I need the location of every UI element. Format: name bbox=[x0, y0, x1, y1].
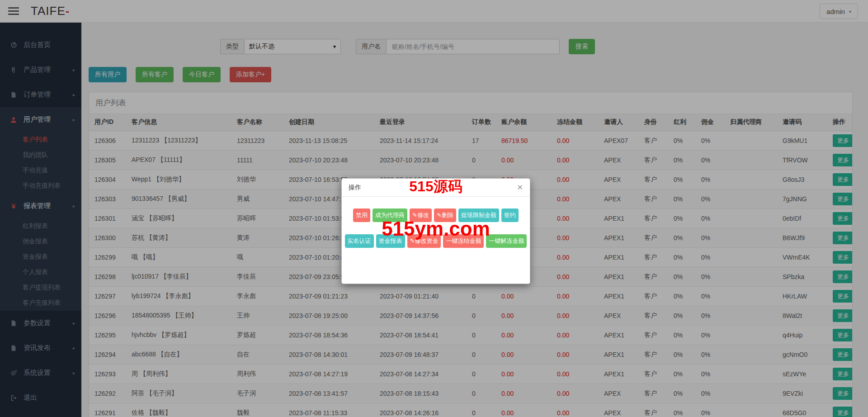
modal-header: 操作 ✕ bbox=[342, 179, 530, 197]
modal-actions-row-2: 实名认证资金报表✎修改资金一键冻结金额一键解冻金额 bbox=[346, 234, 525, 248]
freeze-amount-button[interactable]: 一键冻结金额 bbox=[443, 234, 484, 248]
modal-title: 操作 bbox=[349, 184, 361, 192]
withdraw-limit-button[interactable]: 提现限制金额 bbox=[458, 208, 499, 222]
modal-actions-row-1: 禁用成为代理商✎修改✎删除提现限制金额签约 bbox=[346, 208, 525, 222]
operation-modal: 操作 ✕ 禁用成为代理商✎修改✎删除提现限制金额签约 实名认证资金报表✎修改资金… bbox=[341, 178, 530, 284]
edit-button[interactable]: ✎修改 bbox=[410, 208, 432, 222]
close-icon[interactable]: ✕ bbox=[517, 184, 523, 191]
edit-funds-button[interactable]: ✎修改资金 bbox=[407, 234, 441, 248]
fund-report-button[interactable]: 资金报表 bbox=[376, 234, 405, 248]
sign-button[interactable]: 签约 bbox=[501, 208, 519, 222]
delete-button[interactable]: ✎删除 bbox=[434, 208, 456, 222]
become-agent-button[interactable]: 成为代理商 bbox=[373, 208, 407, 222]
disable-button[interactable]: 禁用 bbox=[353, 208, 370, 222]
unfreeze-amount-button[interactable]: 一键解冻金额 bbox=[486, 234, 527, 248]
realname-auth-button[interactable]: 实名认证 bbox=[345, 234, 374, 248]
modal-body: 禁用成为代理商✎修改✎删除提现限制金额签约 实名认证资金报表✎修改资金一键冻结金… bbox=[342, 197, 530, 248]
